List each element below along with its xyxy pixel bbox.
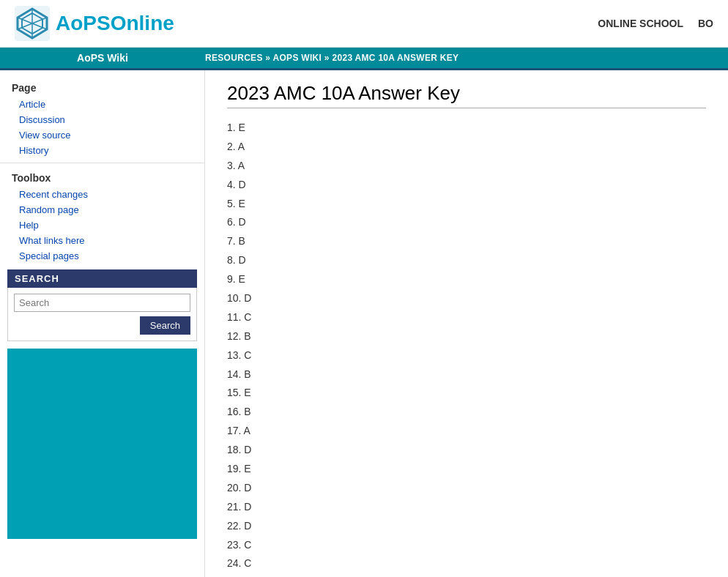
layout: Page Article Discussion View source Hist…	[0, 70, 728, 577]
search-box: SEARCH Search	[7, 269, 197, 341]
answer-item: 11. C	[227, 308, 706, 327]
answer-item: 4. D	[227, 176, 706, 195]
answer-item: 18. D	[227, 441, 706, 460]
answer-item: 1. E	[227, 119, 706, 138]
answer-item: 13. C	[227, 346, 706, 365]
answer-item: 3. A	[227, 157, 706, 176]
view-source-link[interactable]: View source	[0, 127, 204, 143]
answer-item: 17. A	[227, 422, 706, 441]
answer-item: 7. B	[227, 232, 706, 251]
answer-item: 12. B	[227, 327, 706, 346]
logo-area: AoPSOnline	[15, 6, 174, 41]
wiki-title[interactable]: AoPS Wiki	[0, 52, 205, 64]
answer-item: 8. D	[227, 251, 706, 270]
answer-item: 9. E	[227, 270, 706, 289]
answer-item: 23. C	[227, 536, 706, 555]
special-pages-link[interactable]: Special pages	[0, 248, 204, 264]
sidebar-divider-1	[0, 163, 204, 163]
search-input[interactable]	[14, 294, 190, 312]
promo-box	[7, 349, 197, 539]
answer-item: 22. D	[227, 517, 706, 536]
nav-online-school[interactable]: ONLINE SCHOOL	[598, 18, 683, 29]
answer-item: 20. D	[227, 479, 706, 498]
main-content: 2023 AMC 10A Answer Key 1. E2. A3. A4. D…	[205, 70, 728, 577]
search-input-area: Search	[7, 288, 197, 341]
answer-item: 19. E	[227, 460, 706, 479]
what-links-here-link[interactable]: What links here	[0, 233, 204, 248]
history-link[interactable]: History	[0, 143, 204, 158]
toolbox-section-title: Toolbox	[0, 168, 204, 187]
header: AoPSOnline ONLINE SCHOOL BO	[0, 0, 728, 48]
answer-item: 21. D	[227, 498, 706, 517]
answer-item: 16. B	[227, 403, 706, 422]
help-link[interactable]: Help	[0, 217, 204, 233]
discussion-link[interactable]: Discussion	[0, 112, 204, 127]
answer-item: 10. D	[227, 289, 706, 308]
header-nav: ONLINE SCHOOL BO	[598, 18, 713, 29]
search-header-label: SEARCH	[7, 269, 197, 288]
page-section-title: Page	[0, 78, 204, 97]
article-link[interactable]: Article	[0, 97, 204, 112]
logo-aops: AoPS	[56, 12, 111, 34]
logo-text[interactable]: AoPSOnline	[56, 12, 174, 35]
answer-item: 2. A	[227, 138, 706, 157]
answer-item: 25. A	[227, 573, 706, 577]
search-button[interactable]: Search	[140, 316, 190, 335]
page-title: 2023 AMC 10A Answer Key	[227, 82, 706, 108]
logo-online: Online	[111, 12, 174, 34]
answer-item: 15. E	[227, 384, 706, 403]
recent-changes-link[interactable]: Recent changes	[0, 187, 204, 202]
answer-item: 24. C	[227, 554, 706, 573]
answer-item: 5. E	[227, 195, 706, 214]
answer-item: 14. B	[227, 365, 706, 384]
aops-logo-icon	[15, 6, 50, 41]
nav-bo[interactable]: BO	[698, 18, 713, 29]
answer-list: 1. E2. A3. A4. D5. E6. D7. B8. D9. E10. …	[227, 119, 706, 577]
random-page-link[interactable]: Random page	[0, 202, 204, 217]
teal-bar: AoPS Wiki RESOURCES » AOPS WIKI » 2023 A…	[0, 48, 728, 68]
breadcrumb: RESOURCES » AOPS WIKI » 2023 AMC 10A ANS…	[205, 53, 458, 63]
sidebar: Page Article Discussion View source Hist…	[0, 70, 205, 577]
answer-item: 6. D	[227, 213, 706, 232]
